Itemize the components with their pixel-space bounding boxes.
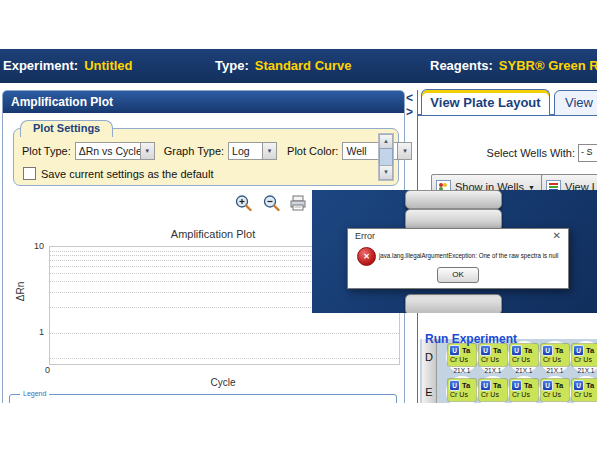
chevron-down-icon: ▾ [262, 143, 276, 159]
gridline [50, 333, 399, 334]
y-tick-label: 10 [34, 241, 44, 251]
plate-well[interactable]: UTaCr Us [572, 344, 597, 366]
plot-color-label: Plot Color: [287, 145, 338, 157]
graph-type-select[interactable]: Log ▾ [228, 142, 277, 160]
zoom-out-button[interactable] [262, 194, 280, 212]
error-icon: ✕ [357, 247, 376, 266]
x-tick-label: 0 [45, 365, 50, 375]
panel-title: Amplification Plot [3, 91, 404, 113]
reagents-field: Reagents:SYBR® Green R [430, 58, 597, 73]
well-target-label: Ta [493, 381, 501, 390]
save-default-row: Save current settings as the default [23, 167, 213, 180]
dialog-title: Error [355, 231, 375, 241]
well-target-label-2: Cr Us [543, 356, 569, 363]
chevron-down-icon: ▾ [140, 143, 154, 159]
plate-grid: DUTaCr Us21X.1UTaCr Us21X.1UTaCr Us21X.1… [420, 339, 597, 403]
task-unknown-icon: U [511, 345, 522, 356]
plot-type-label: Plot Type: [22, 145, 71, 157]
ok-button[interactable]: OK [437, 267, 479, 283]
experiment-field: Experiment:Untitled [3, 58, 133, 73]
plate-well[interactable]: UTaCr Us [541, 379, 569, 401]
scrollbar-thumb[interactable] [379, 148, 393, 166]
plate-well[interactable]: UTaCr Us [479, 344, 507, 366]
well-sample-label: 21X.1 [448, 367, 476, 374]
plot-settings-tab[interactable]: Plot Settings [20, 120, 113, 137]
well-sample-label: 21X.1 [541, 402, 569, 403]
plate-well[interactable]: UTaCr Us [479, 379, 507, 401]
plot-type-select[interactable]: ΔRn vs Cycle ▾ [75, 142, 155, 160]
plate-row-label: E [422, 379, 436, 403]
well-target-label-2: Cr Us [512, 356, 538, 363]
well-sample-label: 21X.1 [510, 367, 538, 374]
plot-settings-group: Plot Settings Plot Type: ΔRn vs Cycle ▾ … [13, 128, 399, 186]
y-tick-label: 1 [39, 327, 44, 337]
task-unknown-icon: U [573, 380, 584, 391]
application-window: Experiment:Untitled Type:Standard Curve … [0, 0, 597, 403]
plate-row-label: D [422, 344, 436, 372]
well-target-label: Ta [462, 346, 470, 355]
well-target-label: Ta [555, 346, 563, 355]
save-default-checkbox[interactable] [23, 167, 36, 180]
type-label: Type: [215, 58, 249, 73]
reagents-value: SYBR® Green R [499, 58, 597, 73]
task-unknown-icon: U [573, 345, 584, 356]
well-sample-label: 21X.1 [479, 367, 507, 374]
zoom-in-icon [234, 194, 252, 212]
gridline [50, 358, 399, 359]
chevron-down-icon: ▾ [397, 143, 411, 159]
tab-view-well-table[interactable]: View [554, 90, 597, 116]
well-target-label-2: Cr Us [512, 391, 538, 398]
run-experiment-button[interactable]: Run Experiment [425, 332, 517, 346]
save-default-label: Save current settings as the default [41, 168, 213, 180]
experiment-value: Untitled [84, 58, 132, 73]
well-target-label-2: Cr Us [574, 356, 597, 363]
collapse-right-button[interactable]: > [406, 106, 413, 118]
plot-settings-row: Plot Type: ΔRn vs Cycle ▾ Graph Type: Lo… [22, 142, 412, 160]
tab-view-plate-layout[interactable]: View Plate Layout [421, 89, 550, 115]
instrument-button[interactable] [405, 294, 502, 313]
y-axis-label: ΔRn [15, 282, 26, 301]
zoom-out-icon [262, 194, 280, 212]
plate-well[interactable]: UTaCr Us [448, 379, 476, 401]
reagents-label: Reagents: [430, 58, 493, 73]
task-unknown-icon: U [480, 345, 491, 356]
well-target-label: Ta [493, 346, 501, 355]
legend-caption: Legend [20, 390, 49, 397]
well-target-label: Ta [586, 346, 594, 355]
well-target-label: Ta [524, 381, 532, 390]
instrument-button[interactable] [405, 190, 502, 209]
well-target-label-2: Cr Us [450, 391, 476, 398]
close-icon[interactable]: ✕ [553, 230, 561, 241]
task-unknown-icon: U [511, 380, 522, 391]
type-value: Standard Curve [255, 58, 352, 73]
well-sample-label: 21X.1 [541, 367, 569, 374]
well-target-label: Ta [586, 381, 594, 390]
error-dialog: Error ✕ ✕ java.lang.IllegalArgumentExcep… [347, 228, 569, 289]
type-field: Type:Standard Curve [215, 58, 352, 73]
select-wells-dropdown[interactable]: - S [578, 144, 597, 162]
plate-well[interactable]: UTaCr Us [572, 379, 597, 401]
well-target-label-2: Cr Us [574, 391, 597, 398]
chart-title: Amplification Plot [103, 228, 323, 240]
zoom-in-button[interactable] [234, 194, 252, 212]
well-target-label-2: Cr Us [481, 391, 507, 398]
experiment-label: Experiment: [3, 58, 78, 73]
plate-well[interactable]: UTaCr Us [510, 344, 538, 366]
scroll-down-arrow-icon[interactable]: ▼ [379, 165, 393, 180]
graph-type-label: Graph Type: [164, 145, 224, 157]
settings-scrollbar[interactable]: ▲ ▼ [378, 133, 394, 181]
experiment-info-bar: Experiment:Untitled Type:Standard Curve … [0, 49, 597, 83]
collapse-left-button[interactable]: < [406, 92, 413, 104]
select-wells-label: Select Wells With: [468, 147, 575, 159]
plate-well[interactable]: UTaCr Us [541, 344, 569, 366]
error-message: java.lang.IllegalArgumentException: One … [379, 252, 558, 259]
print-button[interactable] [289, 194, 307, 212]
task-unknown-icon: U [542, 380, 553, 391]
well-target-label: Ta [462, 381, 470, 390]
plate-well[interactable]: UTaCr Us [448, 344, 476, 366]
scroll-up-arrow-icon[interactable]: ▲ [379, 134, 393, 149]
well-sample-label: 21X.1 [448, 402, 476, 403]
plate-well[interactable]: UTaCr Us [510, 379, 538, 401]
well-target-label-2: Cr Us [543, 391, 569, 398]
task-unknown-icon: U [542, 345, 553, 356]
